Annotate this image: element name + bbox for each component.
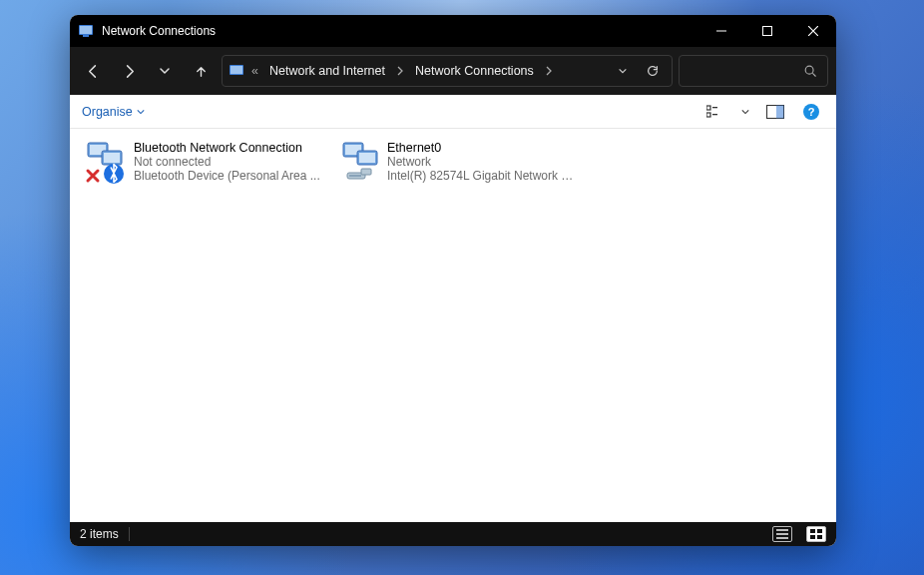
maximize-button[interactable] [744,15,790,47]
svg-rect-8 [706,106,710,110]
svg-rect-3 [716,31,726,32]
svg-rect-22 [359,153,375,163]
title-bar[interactable]: Network Connections [70,15,836,47]
svg-rect-25 [776,529,788,531]
tiles-view-button[interactable] [806,526,826,542]
forward-button[interactable] [114,56,144,86]
organise-menu[interactable]: Organise [82,105,145,119]
svg-rect-13 [776,105,784,118]
close-button[interactable] [790,15,836,47]
breadcrumb-overflow[interactable]: « [248,64,261,78]
svg-rect-31 [817,535,822,539]
connection-tile-bluetooth[interactable]: Bluetooth Network Connection Not connect… [78,137,327,189]
organise-label: Organise [82,105,133,119]
chevron-down-icon [137,108,145,116]
address-bar[interactable]: « Network and Internet Network Connectio… [222,55,673,87]
minimize-button[interactable] [698,15,744,47]
chevron-right-icon[interactable] [542,66,556,76]
svg-rect-30 [810,535,815,539]
status-bar: 2 items [70,522,836,546]
svg-point-7 [805,66,813,74]
bluetooth-network-icon [84,141,132,185]
connection-tile-ethernet[interactable]: Ethernet0 Network Intel(R) 82574L Gigabi… [331,137,581,189]
help-icon: ? [803,104,819,120]
connection-status: Network [387,155,577,169]
svg-rect-10 [712,107,717,108]
connection-name: Bluetooth Network Connection [134,141,323,155]
address-history-button[interactable] [610,58,636,84]
explorer-window: Network Connections [70,15,836,546]
breadcrumb-network-and-internet[interactable]: Network and Internet [265,62,389,80]
svg-rect-26 [776,533,788,535]
refresh-button[interactable] [640,58,666,84]
recent-locations-button[interactable] [150,56,180,86]
ethernet-network-icon [337,141,385,185]
svg-rect-1 [80,26,92,34]
search-icon [803,64,817,78]
content-area[interactable]: Bluetooth Network Connection Not connect… [70,129,836,522]
svg-rect-27 [776,537,788,539]
svg-rect-11 [712,114,717,115]
svg-rect-17 [104,153,120,163]
app-icon [78,23,94,39]
back-button[interactable] [78,56,108,86]
help-button[interactable]: ? [798,100,824,124]
svg-rect-9 [706,113,710,117]
item-count: 2 items [80,527,119,541]
connection-device: Bluetooth Device (Personal Area ... [134,169,323,183]
connection-device: Intel(R) 82574L Gigabit Network C... [387,169,577,183]
window-title: Network Connections [102,24,216,38]
preview-pane-button[interactable] [762,100,788,124]
control-panel-icon [229,63,244,79]
command-bar: Organise ? [70,95,836,129]
svg-rect-6 [231,66,242,74]
view-options-button[interactable] [702,100,728,124]
search-box[interactable] [679,55,828,87]
svg-rect-24 [361,169,371,175]
connection-status: Not connected [134,155,323,169]
svg-rect-28 [810,529,815,533]
svg-rect-29 [817,529,822,533]
breadcrumb-network-connections[interactable]: Network Connections [411,62,538,80]
navigation-bar: « Network and Internet Network Connectio… [70,47,836,95]
connection-name: Ethernet0 [387,141,577,155]
details-view-button[interactable] [772,526,792,542]
view-options-dropdown[interactable] [738,100,752,124]
up-button[interactable] [186,56,216,86]
chevron-right-icon[interactable] [393,66,407,76]
svg-rect-2 [83,35,89,37]
status-divider [129,527,130,541]
svg-rect-4 [763,27,772,36]
